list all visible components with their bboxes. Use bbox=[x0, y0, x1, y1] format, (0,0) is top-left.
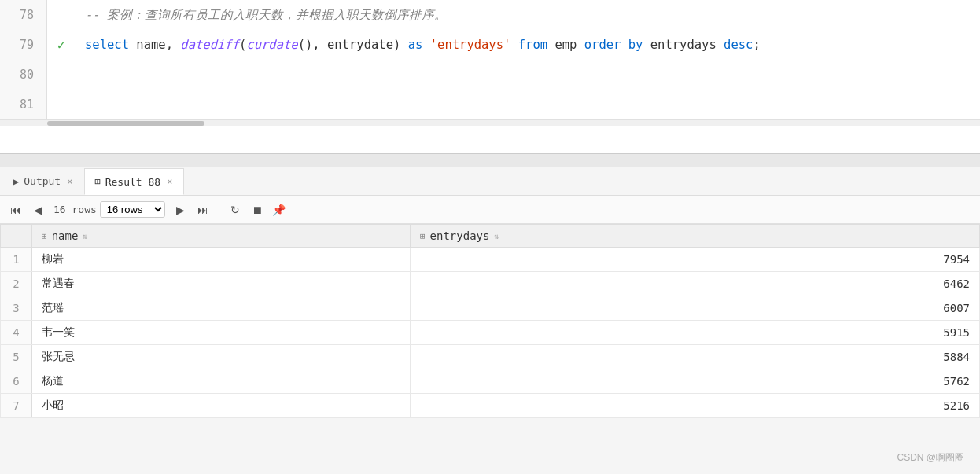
entrydays-col-label: entrydays bbox=[430, 230, 490, 242]
entrydays-cell: 6462 bbox=[410, 272, 979, 296]
stop-button[interactable]: ⏹ bbox=[248, 200, 267, 219]
col-name: name, bbox=[136, 30, 173, 60]
tabs-bar: ▶ Output × ⊞ Result 88 × bbox=[0, 167, 980, 196]
name-cell: 小昭 bbox=[32, 394, 411, 418]
keyword-from: from bbox=[518, 30, 547, 60]
line-number-78: 78 bbox=[0, 0, 47, 30]
horizontal-scrollbar[interactable] bbox=[0, 119, 980, 126]
line-status-79: ✓ bbox=[47, 30, 76, 60]
watermark: CSDN @啊圈圈 bbox=[897, 451, 964, 465]
code-line-78: 78 -- 案例：查询所有员工的入职天数，并根据入职天数倒序排序。 bbox=[0, 0, 980, 30]
table-row: 1柳岩7954 bbox=[1, 248, 980, 272]
next-page-button[interactable]: ▶ bbox=[171, 200, 190, 219]
entrydays-cell: 5762 bbox=[410, 369, 979, 394]
refresh-button[interactable]: ↻ bbox=[226, 200, 245, 219]
results-toolbar: ⏮ ◀ 16 rows 16 rows 50 rows 100 rows ▶ ⏭… bbox=[0, 196, 980, 224]
line-content-78: -- 案例：查询所有员工的入职天数，并根据入职天数倒序排序。 bbox=[76, 0, 980, 30]
name-col-label: name bbox=[52, 230, 79, 242]
line-content-81 bbox=[76, 90, 980, 119]
tab-result88-close[interactable]: × bbox=[165, 176, 174, 187]
row-number-cell: 7 bbox=[1, 394, 32, 418]
code-lines: 78 -- 案例：查询所有员工的入职天数，并根据入职天数倒序排序。 79 ✓ s… bbox=[0, 0, 980, 119]
rows-count-label: 16 rows bbox=[53, 204, 97, 215]
func-curdate: curdate bbox=[246, 30, 297, 60]
name-cell: 范瑶 bbox=[32, 296, 411, 321]
rows-selector: 16 rows 16 rows 50 rows 100 rows bbox=[50, 201, 168, 218]
section-divider bbox=[0, 153, 980, 167]
name-col-header[interactable]: ⊞ name ⇅ bbox=[32, 225, 411, 248]
name-cell: 张无忌 bbox=[32, 345, 411, 369]
table-row: 4韦一笑5915 bbox=[1, 321, 980, 345]
row-number-cell: 4 bbox=[1, 321, 32, 345]
entrydays-col-icon: ⊞ bbox=[420, 231, 426, 241]
entrydays-col-header[interactable]: ⊞ entrydays ⇅ bbox=[410, 225, 979, 248]
tab-result88[interactable]: ⊞ Result 88 × bbox=[84, 168, 184, 195]
name-cell: 杨道 bbox=[32, 369, 411, 394]
results-panel: ▶ Output × ⊞ Result 88 × ⏮ ◀ 16 rows 16 … bbox=[0, 167, 980, 418]
table-emp: emp bbox=[554, 30, 577, 60]
row-number-cell: 3 bbox=[1, 296, 32, 321]
entrydays-sort-arrows[interactable]: ⇅ bbox=[494, 232, 499, 241]
result-tab-icon: ⊞ bbox=[94, 176, 100, 187]
first-page-button[interactable]: ⏮ bbox=[6, 200, 25, 219]
alias-entrydays: 'entrydays' bbox=[430, 30, 511, 60]
table-row: 5张无忌5884 bbox=[1, 345, 980, 369]
success-checkmark: ✓ bbox=[57, 30, 66, 60]
table-row: 2常遇春6462 bbox=[1, 272, 980, 296]
scrollbar-thumb[interactable] bbox=[47, 121, 204, 126]
line-content-80 bbox=[76, 60, 980, 90]
entrydays-cell: 5884 bbox=[410, 345, 979, 369]
keyword-order: order bbox=[584, 30, 621, 60]
row-number-cell: 5 bbox=[1, 345, 32, 369]
keyword-by: by bbox=[628, 30, 643, 60]
keyword-select: select bbox=[85, 30, 129, 60]
name-sort-arrows[interactable]: ⇅ bbox=[83, 232, 87, 241]
entrydays-cell: 6007 bbox=[410, 296, 979, 321]
line-status-81 bbox=[47, 90, 76, 119]
line-status-78 bbox=[47, 0, 76, 30]
table-body: 1柳岩79542常遇春64623范瑶60074韦一笑59155张无忌58846杨… bbox=[1, 248, 980, 418]
tab-output-close[interactable]: × bbox=[65, 176, 74, 187]
last-page-button[interactable]: ⏭ bbox=[193, 200, 212, 219]
entrydays-cell: 5915 bbox=[410, 321, 979, 345]
row-number-cell: 2 bbox=[1, 272, 32, 296]
orderby-col: entrydays bbox=[650, 30, 717, 60]
row-num-col-header bbox=[1, 225, 32, 248]
table-row: 7小昭5216 bbox=[1, 394, 980, 418]
table-row: 3范瑶6007 bbox=[1, 296, 980, 321]
rows-dropdown[interactable]: 16 rows 50 rows 100 rows bbox=[100, 201, 165, 218]
line-content-79: select name, datediff(curdate(), entryda… bbox=[76, 30, 980, 60]
table-row: 6杨道5762 bbox=[1, 369, 980, 394]
name-col-icon: ⊞ bbox=[42, 231, 47, 241]
line-status-80 bbox=[47, 60, 76, 90]
keyword-desc: desc bbox=[724, 30, 753, 60]
code-line-81: 81 bbox=[0, 90, 980, 119]
line-number-79: 79 bbox=[0, 30, 47, 60]
table-header-row: ⊞ name ⇅ ⊞ entrydays ⇅ bbox=[1, 225, 980, 248]
row-number-cell: 6 bbox=[1, 369, 32, 394]
output-tab-icon: ▶ bbox=[13, 176, 19, 187]
code-line-80: 80 bbox=[0, 60, 980, 90]
code-editor: 78 -- 案例：查询所有员工的入职天数，并根据入职天数倒序排序。 79 ✓ s… bbox=[0, 0, 980, 153]
entrydays-cell: 5216 bbox=[410, 394, 979, 418]
tab-output[interactable]: ▶ Output × bbox=[3, 168, 84, 195]
entrydays-cell: 7954 bbox=[410, 248, 979, 272]
code-line-79: 79 ✓ select name, datediff(curdate(), en… bbox=[0, 30, 980, 60]
tab-result88-label: Result 88 bbox=[105, 176, 160, 188]
func-datediff: datediff bbox=[180, 30, 239, 60]
comment-text: -- 案例：查询所有员工的入职天数，并根据入职天数倒序排序。 bbox=[85, 0, 447, 30]
tab-output-label: Output bbox=[24, 175, 61, 187]
prev-page-button[interactable]: ◀ bbox=[28, 200, 47, 219]
line-number-81: 81 bbox=[0, 90, 47, 119]
row-number-cell: 1 bbox=[1, 248, 32, 272]
toolbar-separator-1 bbox=[219, 203, 219, 217]
line-number-80: 80 bbox=[0, 60, 47, 90]
data-table-wrapper[interactable]: ⊞ name ⇅ ⊞ entrydays ⇅ 1柳岩795 bbox=[0, 224, 980, 418]
keyword-as: as bbox=[408, 30, 423, 60]
results-table: ⊞ name ⇅ ⊞ entrydays ⇅ 1柳岩795 bbox=[0, 224, 980, 418]
name-cell: 韦一笑 bbox=[32, 321, 411, 345]
name-cell: 柳岩 bbox=[32, 248, 411, 272]
pin-button[interactable]: 📌 bbox=[270, 200, 289, 219]
name-cell: 常遇春 bbox=[32, 272, 411, 296]
